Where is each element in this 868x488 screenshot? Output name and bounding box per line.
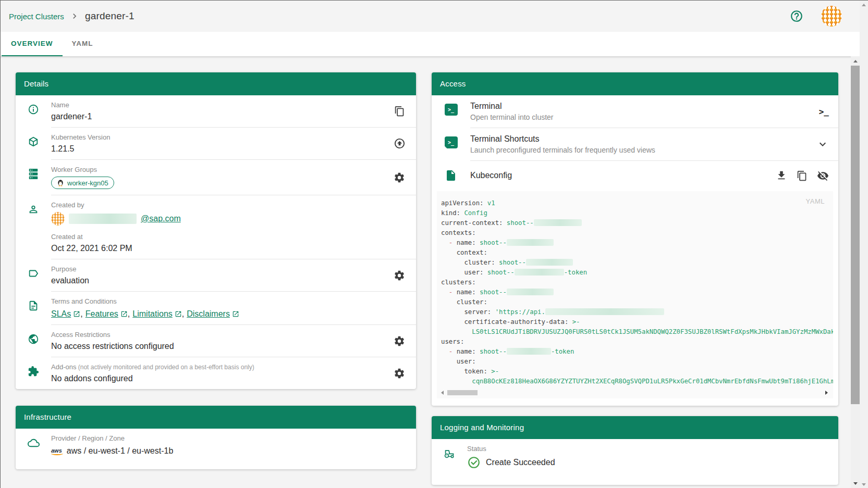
terminal-shortcuts-title: Terminal Shortcuts <box>470 134 816 144</box>
yaml-badge: YAML <box>806 197 825 205</box>
separator: , <box>80 309 82 319</box>
user-avatar[interactable] <box>821 6 842 27</box>
access-restrictions-label: Access Restrictions <box>51 331 389 339</box>
breadcrumb-project-clusters[interactable]: Project Clusters <box>9 12 64 21</box>
tab-yaml[interactable]: YAML <box>63 32 103 56</box>
scroll-right-icon[interactable] <box>825 391 828 395</box>
chevron-right-icon <box>69 11 80 21</box>
created-at-value: Oct 22, 2021 6:02 PM <box>51 244 410 253</box>
separator: , <box>182 309 184 319</box>
purpose-label: Purpose <box>51 265 389 273</box>
worker-groups-label: Worker Groups <box>51 166 389 173</box>
copy-kubeconfig-icon[interactable] <box>797 170 808 181</box>
tab-overview[interactable]: OVERVIEW <box>2 32 63 56</box>
terminal-console-icon: >_ <box>445 104 458 116</box>
scroll-up-icon[interactable] <box>851 57 860 66</box>
name-label: Name <box>51 101 389 109</box>
horizontal-scroll-thumb[interactable] <box>447 390 478 395</box>
eye-off-icon[interactable] <box>817 170 829 182</box>
kubeconfig-title: Kubeconfig <box>470 171 776 180</box>
copy-name-button[interactable] <box>394 106 405 117</box>
terms-label: Terms and Conditions <box>51 297 410 305</box>
status-label: Status <box>467 445 832 453</box>
document-icon <box>16 297 51 319</box>
addons-label: Add-ons <box>51 363 76 371</box>
window-scrollbar[interactable] <box>860 1 868 488</box>
infrastructure-card-title: Infrastructure <box>16 406 416 429</box>
globe-icon <box>16 331 51 351</box>
details-row-created: Created by @sap.com Created at Oct 22, 2… <box>16 195 416 259</box>
details-row-purpose: Purpose evaluation <box>16 259 416 291</box>
provider-value: aws / eu-west-1 / eu-west-1b <box>67 446 174 456</box>
server-icon <box>16 166 51 189</box>
addons-value: No addons configured <box>51 374 389 383</box>
terms-link-disclaimers[interactable]: Disclaimers <box>187 309 239 319</box>
content-scrollbar[interactable] <box>851 56 860 488</box>
page-title: gardener-1 <box>85 10 135 22</box>
details-card: Details Name gardener-1 <box>16 72 416 389</box>
terminal-prompt-icon[interactable]: >_ <box>819 107 829 117</box>
kubeconfig-horizontal-scrollbar[interactable] <box>441 389 829 396</box>
addons-gear-button[interactable] <box>394 368 405 379</box>
aws-logo: aws <box>51 447 62 455</box>
cloud-icon <box>16 434 51 456</box>
kubeconfig-code: apiVersion: v1kind: Configcurrent-contex… <box>441 198 829 386</box>
scroll-left-icon[interactable] <box>441 391 444 395</box>
puzzle-icon <box>16 363 51 383</box>
details-row-terms: Terms and Conditions SLAs, Features, Lim… <box>16 292 416 324</box>
details-row-access-restrictions: Access Restrictions No access restrictio… <box>16 325 416 357</box>
worker-groups-gear-button[interactable] <box>394 172 405 183</box>
tractor-icon <box>432 445 467 469</box>
file-icon <box>445 169 457 182</box>
upgrade-version-button[interactable] <box>394 137 406 149</box>
separator: , <box>128 309 130 319</box>
account-icon <box>16 201 51 253</box>
created-at-label: Created at <box>51 233 410 241</box>
purpose-gear-button[interactable] <box>394 270 405 281</box>
check-circle-icon <box>467 456 481 469</box>
info-icon <box>16 101 51 121</box>
terminal-subtitle: Open terminal into cluster <box>470 113 819 121</box>
download-icon[interactable] <box>776 170 787 181</box>
logging-card: Logging and Monitoring Status <box>432 416 838 485</box>
details-row-name: Name gardener-1 <box>16 95 416 127</box>
terminal-shortcuts-subtitle: Launch preconfigured terminals for frequ… <box>470 146 816 154</box>
access-card-title: Access <box>432 72 838 95</box>
kubeconfig-code-block: YAML apiVersion: v1kind: Configcurrent-c… <box>437 191 833 398</box>
window-scroll-up-icon[interactable] <box>860 1 868 9</box>
worker-group-chip[interactable]: worker-kgn05 <box>51 177 114 189</box>
name-value: gardener-1 <box>51 112 389 121</box>
chevron-down-icon[interactable] <box>816 138 829 151</box>
details-card-title: Details <box>16 72 416 95</box>
terminal-row[interactable]: >_ Terminal Open terminal into cluster >… <box>432 95 838 128</box>
terms-link-limitations[interactable]: Limitations <box>132 309 181 319</box>
penguin-icon <box>57 179 64 186</box>
main-content: Details Name gardener-1 <box>1 56 860 488</box>
purpose-value: evaluation <box>51 276 389 285</box>
access-restrictions-value: No access restrictions configured <box>51 342 389 351</box>
window-scroll-down-icon[interactable] <box>860 480 868 488</box>
terminal-shortcuts-row[interactable]: >_ Terminal Shortcuts Launch preconfigur… <box>432 128 838 160</box>
details-row-k8s-version: Kubernetes Version 1.21.5 <box>16 128 416 159</box>
help-icon[interactable] <box>790 9 803 23</box>
status-value: Create Succeeded <box>486 458 555 467</box>
infrastructure-row-provider: Provider / Region / Zone aws aws / eu-we… <box>16 429 416 469</box>
terminal-shortcuts-icon: >_ <box>445 136 458 148</box>
terms-link-features[interactable]: Features <box>85 309 128 319</box>
infrastructure-card: Infrastructure Provider / Region / Zone … <box>16 406 416 469</box>
redacted-username <box>69 214 137 224</box>
created-by-label: Created by <box>51 201 410 209</box>
worker-group-chip-label: worker-kgn05 <box>67 179 108 187</box>
creator-email-link[interactable]: @sap.com <box>141 214 181 223</box>
content-scroll-thumb[interactable] <box>851 66 860 404</box>
details-row-worker-groups: Worker Groups worke <box>16 160 416 195</box>
addons-note: (not actively monitored and provided on … <box>76 364 254 371</box>
provider-label: Provider / Region / Zone <box>51 434 410 442</box>
access-card: Access >_ Terminal Open terminal into cl… <box>432 72 838 406</box>
cube-icon <box>16 133 51 154</box>
k8s-version-label: Kubernetes Version <box>51 133 389 141</box>
access-restrictions-gear-button[interactable] <box>394 335 405 347</box>
tab-bar: OVERVIEW YAML <box>1 32 860 56</box>
terms-link-slas[interactable]: SLAs <box>51 309 80 319</box>
scroll-down-icon[interactable] <box>851 479 860 488</box>
